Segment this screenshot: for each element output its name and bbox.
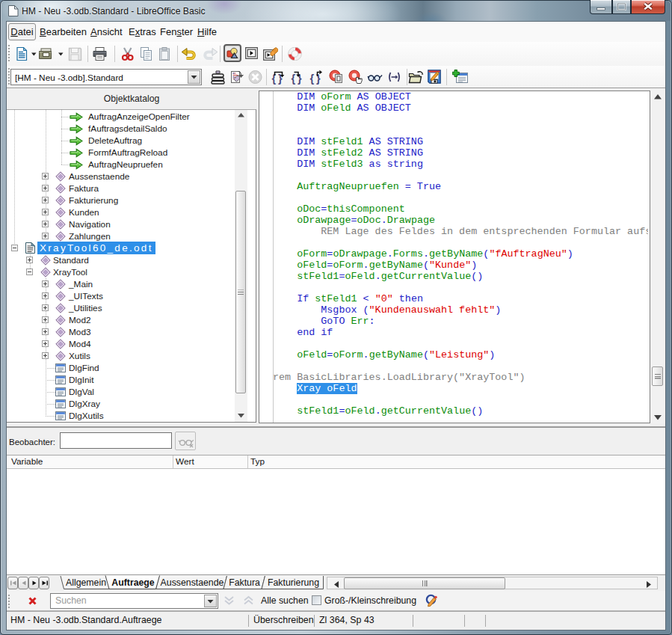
svg-text:{ }: { } [292, 73, 303, 85]
svg-text:{ }: { } [272, 73, 283, 85]
svg-text:{ }: { } [310, 73, 321, 85]
